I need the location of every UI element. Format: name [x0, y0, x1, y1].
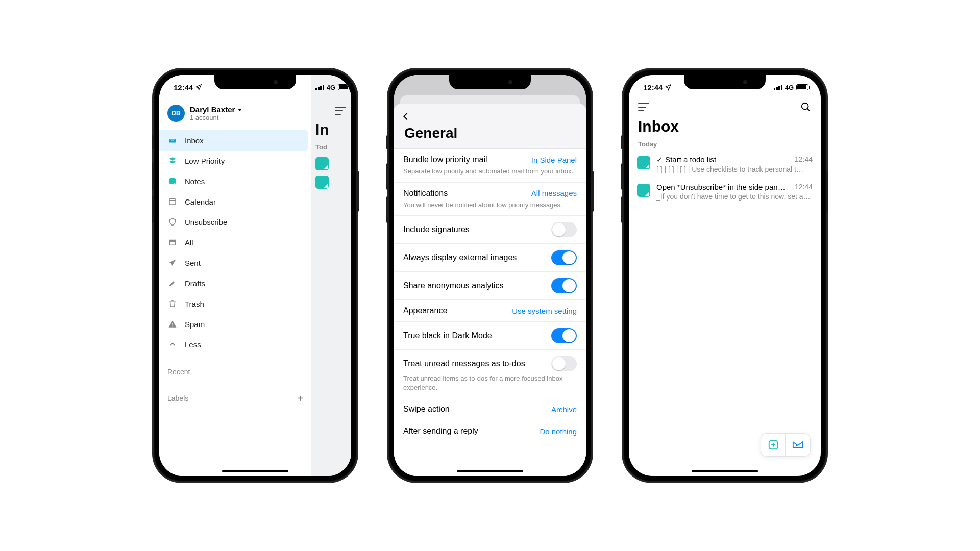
- chevron-up-icon: [167, 339, 178, 349]
- note-icon: [167, 176, 178, 186]
- cell-appearance[interactable]: Appearance Use system setting: [394, 300, 586, 322]
- svg-rect-1: [169, 199, 176, 205]
- svg-point-4: [802, 103, 808, 110]
- sidebar-item-calendar[interactable]: Calendar: [159, 191, 311, 212]
- new-note-button[interactable]: [761, 434, 786, 456]
- calendar-icon: [167, 196, 178, 207]
- message-row[interactable]: ✓ Start a todo list 12:44 [ ] | [ ] | [ …: [629, 151, 821, 179]
- back-button[interactable]: [401, 110, 410, 123]
- sidebar-item-notes[interactable]: Notes: [159, 171, 311, 191]
- sidebar-item-low-priority[interactable]: Low Priority: [159, 151, 311, 171]
- signal-icon: [315, 85, 324, 90]
- cell-swipe[interactable]: Swipe action Archive: [394, 398, 586, 420]
- section-labels: Labels +: [159, 389, 311, 408]
- section-today: Today: [629, 137, 821, 151]
- search-icon[interactable]: [800, 102, 812, 113]
- switch-unread-todos[interactable]: [551, 356, 577, 371]
- sidebar-item-less[interactable]: Less: [159, 334, 311, 355]
- cell-bundle[interactable]: Bundle low priority mail In Side Panel S…: [394, 149, 586, 183]
- cell-analytics: Share anonymous analytics: [394, 272, 586, 300]
- switch-external-images[interactable]: [551, 250, 577, 265]
- note-icon: [637, 184, 650, 197]
- battery-icon: [338, 84, 350, 90]
- network-label: 4G: [327, 84, 335, 91]
- message-icon[interactable]: [315, 157, 329, 170]
- cell-external-images: Always display external images: [394, 244, 586, 272]
- compose-fab: [761, 433, 811, 457]
- phone-sidebar: 12:44 . DB Daryl Baxter 1 account: [153, 69, 357, 482]
- cell-signatures: Include signatures: [394, 216, 586, 244]
- sidebar-item-drafts[interactable]: Drafts: [159, 273, 311, 293]
- phone-inbox: 12:44 4G Inbox Today ✓ Start a todo list…: [623, 69, 827, 482]
- location-icon: [665, 84, 672, 91]
- svg-rect-3: [170, 242, 176, 245]
- status-time: 12:44: [643, 83, 663, 92]
- stack-icon: [167, 156, 178, 166]
- battery-icon: [796, 84, 808, 90]
- section-today: Tod: [311, 138, 351, 154]
- message-row[interactable]: Open *Unsubscribe* in the side pan… 12:4…: [629, 179, 821, 206]
- compose-button[interactable]: [786, 434, 810, 456]
- cell-unread-todos: Treat unread messages as to-dos Treat un…: [394, 350, 586, 398]
- cell-notifications[interactable]: Notifications All messages You will neve…: [394, 183, 586, 216]
- switch-analytics[interactable]: [551, 278, 577, 293]
- location-icon: [195, 84, 202, 91]
- sidebar-item-all[interactable]: All: [159, 232, 311, 253]
- avatar: DB: [167, 105, 185, 122]
- chevron-down-icon: [238, 109, 242, 111]
- switch-signatures[interactable]: [551, 222, 577, 237]
- sidebar-item-trash[interactable]: Trash: [159, 293, 311, 314]
- network-label: 4G: [785, 84, 794, 91]
- signal-icon: [774, 85, 782, 90]
- status-time: 12:44: [174, 83, 193, 92]
- page-title: Inbox: [629, 117, 821, 137]
- sidebar-item-sent[interactable]: Sent: [159, 253, 311, 273]
- settings-title: General: [394, 104, 586, 148]
- account-header[interactable]: DB Daryl Baxter 1 account: [159, 99, 311, 129]
- sort-icon[interactable]: [335, 107, 346, 115]
- trash-icon: [167, 298, 178, 309]
- shield-icon: [167, 217, 178, 227]
- sidebar-item-unsubscribe[interactable]: Unsubscribe: [159, 212, 311, 232]
- account-sub: 1 account: [190, 114, 242, 121]
- main-panel-peek: . 4G In Tod: [311, 75, 351, 476]
- pencil-icon: [167, 278, 178, 288]
- cell-after-reply[interactable]: After sending a reply Do nothing: [394, 420, 586, 442]
- sidebar-item-inbox[interactable]: Inbox: [159, 130, 308, 151]
- message-icon[interactable]: [315, 176, 329, 189]
- svg-rect-2: [169, 240, 176, 241]
- warning-icon: [167, 319, 178, 329]
- phone-settings: General Bundle low priority mail In Side…: [388, 69, 592, 482]
- inbox-icon: [167, 135, 178, 145]
- add-label-button[interactable]: +: [297, 393, 303, 404]
- account-name: Daryl Baxter: [190, 105, 235, 114]
- switch-true-black[interactable]: [551, 328, 577, 343]
- page-title: In: [311, 118, 351, 138]
- section-recent: Recent: [159, 364, 311, 380]
- cell-true-black: True black in Dark Mode: [394, 322, 586, 350]
- archive-icon: [167, 237, 178, 247]
- menu-icon[interactable]: [638, 103, 649, 111]
- sidebar-item-spam[interactable]: Spam: [159, 314, 311, 334]
- note-icon: [637, 156, 650, 169]
- sent-icon: [167, 258, 178, 268]
